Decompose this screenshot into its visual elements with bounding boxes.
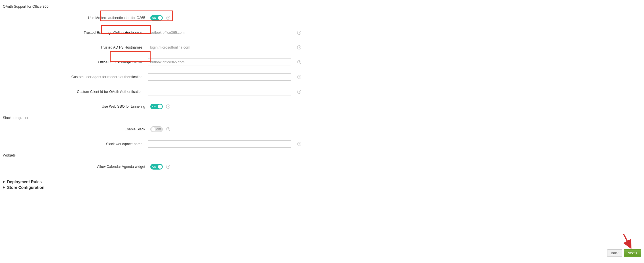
- toggle-web-sso[interactable]: ON: [150, 104, 163, 109]
- help-icon[interactable]: ?: [166, 127, 170, 131]
- collapsed-deployment-rules[interactable]: Deployment Rules: [3, 179, 641, 184]
- collapsed-label: Store Configuration: [7, 185, 44, 190]
- toggle-modern-auth[interactable]: ON: [150, 15, 163, 21]
- section-title-slack: Slack Integration: [3, 116, 641, 120]
- help-icon[interactable]: ?: [166, 105, 170, 108]
- label-slack-workspace: Slack workspace name: [3, 142, 148, 146]
- chevron-right-icon: [3, 180, 5, 183]
- label-web-sso: Use Web SSO for tunneling: [3, 105, 150, 108]
- input-slack-workspace[interactable]: [148, 140, 291, 148]
- help-icon[interactable]: ?: [297, 45, 301, 49]
- label-user-agent: Custom user agent for modern authenticat…: [3, 75, 148, 79]
- section-title-oauth: OAuth Support for Office 365: [3, 5, 641, 9]
- toggle-on-text: ON: [152, 105, 156, 108]
- label-adfs-hostnames: Trusted AD FS Hostnames: [3, 45, 148, 49]
- input-client-id[interactable]: [148, 88, 291, 95]
- input-trusted-hostnames[interactable]: [148, 29, 291, 36]
- help-icon[interactable]: ?: [166, 16, 170, 20]
- input-adfs-hostnames[interactable]: [148, 44, 291, 51]
- help-icon[interactable]: ?: [166, 165, 170, 169]
- label-client-id: Custom Client Id for OAuth Authenticatio…: [3, 90, 148, 94]
- toggle-enable-slack[interactable]: OFF: [150, 126, 163, 132]
- help-icon[interactable]: ?: [297, 75, 301, 79]
- toggle-on-text: ON: [152, 165, 156, 168]
- toggle-on-text: ON: [152, 16, 156, 19]
- label-enable-slack: Enable Slack: [3, 127, 150, 131]
- input-exchange-server[interactable]: [148, 59, 291, 66]
- label-trusted-hostnames: Trusted Exchange Online Hostnames: [3, 31, 148, 35]
- section-title-widgets: Widgets: [3, 153, 641, 157]
- help-icon[interactable]: ?: [297, 60, 301, 64]
- collapsed-store-configuration[interactable]: Store Configuration: [3, 185, 641, 190]
- collapsed-label: Deployment Rules: [7, 179, 42, 184]
- toggle-calendar-widget[interactable]: ON: [150, 164, 163, 170]
- help-icon[interactable]: ?: [297, 90, 301, 94]
- label-calendar-widget: Allow Calendar Agenda widget: [3, 165, 150, 169]
- help-icon[interactable]: ?: [297, 31, 301, 35]
- chevron-right-icon: [3, 186, 5, 189]
- label-exchange-server: Office 365 Exchange Server: [3, 60, 148, 64]
- input-user-agent[interactable]: [148, 73, 291, 81]
- label-modern-auth: Use Modern authentication for O365: [3, 16, 150, 20]
- help-icon[interactable]: ?: [297, 142, 301, 146]
- toggle-off-text: OFF: [156, 128, 161, 131]
